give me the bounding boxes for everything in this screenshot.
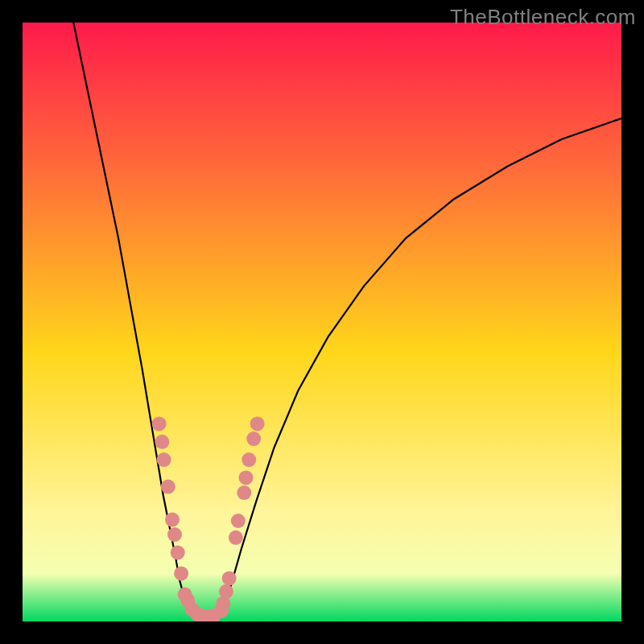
data-marker (231, 514, 246, 528)
data-marker (152, 416, 167, 431)
data-marker (246, 431, 261, 446)
data-marker (250, 416, 265, 431)
chart-outer-frame: TheBottleneck.com (0, 0, 644, 644)
data-marker (242, 452, 256, 467)
data-marker (165, 513, 180, 527)
data-marker (222, 571, 237, 585)
chart-svg (23, 23, 621, 621)
watermark-text: TheBottleneck.com (450, 5, 636, 30)
plot-area (23, 23, 621, 621)
data-marker (174, 566, 188, 580)
data-marker (171, 545, 185, 559)
data-marker (157, 452, 171, 467)
gradient-background (23, 23, 621, 621)
data-marker (161, 480, 175, 494)
data-marker (219, 584, 233, 599)
data-marker (155, 435, 169, 449)
data-marker (239, 470, 254, 485)
data-marker (167, 527, 182, 542)
data-marker (237, 485, 251, 500)
data-marker (229, 530, 243, 545)
